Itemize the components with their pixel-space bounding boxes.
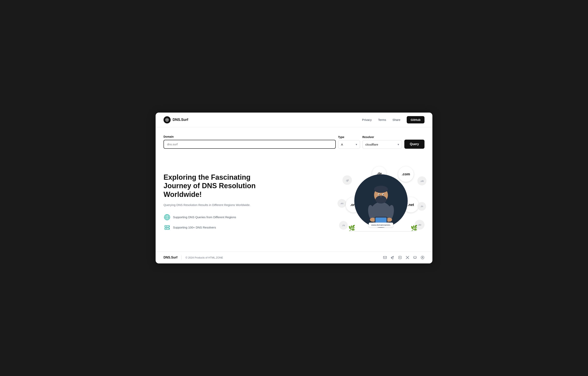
blogger-icon[interactable]: [398, 256, 402, 260]
hero-illustration: .gl .de .com .uk .es .org .net .in .ru .…: [338, 165, 425, 240]
footer-brand: DNS.Surf: [163, 256, 177, 259]
footer-divider: [181, 256, 182, 260]
feature-item-regions: Supporting DNS Queries from Different Re…: [163, 214, 258, 221]
logo-text: DNS.Surf: [173, 118, 188, 122]
nav-privacy[interactable]: Privacy: [362, 118, 372, 121]
header: DNS.Surf Privacy Terms Share GitHub: [156, 113, 432, 127]
server-icon: [163, 224, 171, 231]
main-content: Domain Type A AAAA CNAME MX NS TXT: [156, 127, 432, 251]
tld-gl: .gl: [342, 175, 352, 185]
domain-label-box: www.domainnames.: [369, 223, 393, 227]
svg-point-23: [383, 194, 384, 195]
domain-label: Domain: [163, 135, 336, 138]
globe-icon: [163, 214, 171, 221]
leaf-right: 🌿: [411, 225, 418, 231]
footer-copyright: © 2024 Products of HTML.ZONE: [185, 256, 223, 259]
svg-point-27: [387, 218, 392, 222]
type-select-wrapper: A AAAA CNAME MX NS TXT SOA ▼: [338, 140, 360, 149]
footer: DNS.Surf © 2024 Products of HTML.ZONE: [156, 251, 432, 263]
telegram-icon[interactable]: [391, 256, 394, 260]
svg-point-34: [422, 257, 423, 258]
svg-point-12: [169, 228, 169, 229]
nav-terms[interactable]: Terms: [378, 118, 386, 121]
github-icon[interactable]: [421, 256, 425, 260]
footer-icons: [383, 256, 425, 260]
type-form-group: Type A AAAA CNAME MX NS TXT SOA ▼: [338, 136, 360, 149]
hero-title: Exploring the Fascinating Journey of DNS…: [163, 173, 258, 199]
email-icon[interactable]: [383, 256, 387, 260]
github-button[interactable]: GitHub: [407, 116, 425, 124]
svg-point-22: [379, 194, 380, 195]
resolver-select-wrapper: cloudflare google opendns quad9 ▼: [362, 140, 402, 149]
svg-point-26: [370, 218, 375, 222]
type-select[interactable]: A AAAA CNAME MX NS TXT SOA: [338, 140, 360, 149]
tld-ru: .ru: [339, 221, 348, 230]
hero-subtitle: Querying DNS Resolution Results in Diffe…: [163, 203, 258, 207]
feature-item-resolvers: Supporting 100+ DNS Resolvers: [163, 224, 258, 231]
tld-uk: .uk: [417, 176, 426, 185]
resolver-form-group: Resolver cloudflare google opendns quad9…: [362, 136, 402, 149]
tld-es: .es: [338, 199, 346, 208]
logo[interactable]: DNS.Surf: [163, 116, 188, 124]
person-illustration: [361, 174, 401, 228]
twitter-icon[interactable]: [405, 256, 409, 260]
nav-share[interactable]: Share: [392, 118, 400, 121]
resolver-select[interactable]: cloudflare google opendns quad9: [362, 140, 402, 149]
type-label: Type: [338, 136, 360, 139]
query-button[interactable]: Query: [404, 140, 425, 149]
domain-form-group: Domain: [163, 135, 336, 149]
nav: Privacy Terms Share GitHub: [362, 116, 425, 124]
hero-section: Exploring the Fascinating Journey of DNS…: [163, 157, 425, 251]
query-form: Domain Type A AAAA CNAME MX NS TXT: [163, 135, 425, 149]
svg-rect-30: [383, 256, 387, 259]
svg-point-11: [169, 226, 169, 227]
resolver-label: Resolver: [362, 136, 402, 139]
form-row: Domain Type A AAAA CNAME MX NS TXT: [163, 135, 425, 149]
tld-in: .in: [417, 202, 426, 211]
feature-list: Supporting DNS Queries from Different Re…: [163, 214, 258, 231]
mastodon-icon[interactable]: [413, 256, 417, 260]
app-window: DNS.Surf Privacy Terms Share GitHub Doma…: [156, 113, 432, 263]
feature-resolvers-text: Supporting 100+ DNS Resolvers: [173, 226, 216, 229]
footer-left: DNS.Surf © 2024 Products of HTML.ZONE: [163, 256, 223, 260]
logo-icon: [163, 116, 171, 124]
feature-regions-text: Supporting DNS Queries from Different Re…: [173, 215, 236, 219]
svg-point-19: [375, 196, 387, 204]
svg-rect-31: [399, 256, 401, 259]
ground-line: [349, 231, 417, 232]
svg-point-18: [374, 186, 388, 193]
hero-text: Exploring the Fascinating Journey of DNS…: [163, 173, 258, 231]
leaf-left: 🌿: [348, 225, 355, 231]
domain-input[interactable]: [163, 140, 336, 149]
